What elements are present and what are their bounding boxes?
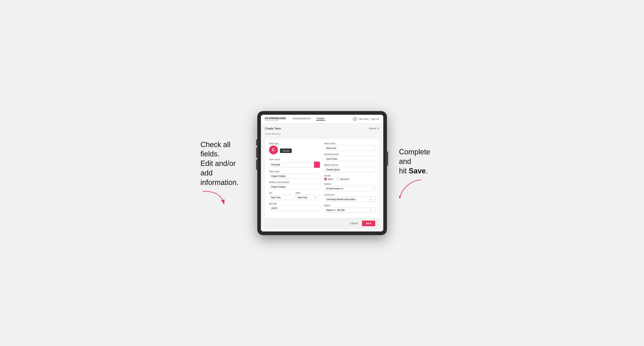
tablet-button-power [387, 152, 388, 166]
form-left-col: Team logo C Upload Team colo [269, 143, 320, 215]
city-state-row: City State New York [269, 192, 320, 200]
gender-mens-radio[interactable]: Mens [324, 178, 334, 180]
annotation-right-line2-prefix: hit [399, 167, 409, 175]
conference-select[interactable]: University Athletic Association [324, 197, 375, 202]
arrow-right-icon [399, 178, 424, 198]
form-right-col: Head Coach Assistant Coach Athletic Dire… [324, 143, 375, 215]
cancel-button[interactable]: Cancel [348, 221, 360, 226]
state-label: State [296, 192, 320, 194]
gender-group: Gender Mens [324, 174, 375, 180]
annotation-right-line2-suffix: . [426, 167, 428, 175]
zip-input[interactable] [269, 205, 320, 211]
tablet-device: SCOREBOARD Powered by clippd TOURNAMENTS… [257, 111, 387, 235]
region-select[interactable]: Region II - (M) DIII [324, 207, 375, 213]
womens-radio-circle [336, 178, 339, 180]
mens-label: Mens [328, 178, 334, 180]
mens-radio-circle [324, 178, 327, 180]
tablet-button-volume-down [256, 160, 257, 170]
conference-select-wrap: University Athletic Association ✕ ⌄ [324, 197, 375, 202]
division-select[interactable]: NCAA Division III [324, 186, 375, 191]
page-title-bar: Create Team Cancel ✕ [265, 127, 379, 130]
close-icon: ✕ [377, 127, 379, 130]
color-swatch[interactable] [314, 162, 320, 168]
team-colour-input[interactable] [269, 162, 314, 167]
state-select-wrap: New York ✕ ⌄ [296, 195, 320, 200]
cancel-x-label: Cancel [369, 127, 376, 130]
team-name-input[interactable] [269, 173, 320, 179]
gender-womens-radio[interactable]: Womens [336, 178, 349, 180]
assistant-coach-group: Assistant Coach [324, 153, 375, 162]
nav-tournaments[interactable]: TOURNAMENTS [292, 117, 311, 121]
color-input-wrap [269, 162, 320, 168]
region-group: Region Region II - (M) DIII ✕ ⌄ [324, 204, 375, 213]
state-select[interactable]: New York [296, 195, 320, 200]
nav-teams[interactable]: TEAMS [316, 117, 325, 121]
assistant-coach-label: Assistant Coach [324, 153, 375, 155]
logo-preview: C [269, 146, 278, 154]
sign-out-link[interactable]: Sign out [371, 118, 379, 120]
annotation-left: Check all fields. Edit and/or add inform… [200, 140, 245, 206]
form-footer: Cancel Save [265, 218, 379, 228]
logo-sub-text: Powered by clippd [265, 120, 286, 121]
display-name-label: Display name (unique) [269, 181, 320, 183]
form-area: Team logo C Upload Team colo [265, 139, 379, 218]
tablet-button-volume-up [256, 148, 257, 158]
athletic-director-label: Athletic Director [324, 164, 375, 166]
page-title-text: Create Team [265, 127, 281, 130]
head-coach-input[interactable] [324, 146, 375, 151]
top-navigation: SCOREBOARD Powered by clippd TOURNAMENTS… [261, 115, 383, 124]
conference-label: Conference [324, 194, 375, 196]
display-name-group: Display name (unique) [269, 181, 320, 189]
womens-label: Womens [340, 178, 349, 180]
upload-button[interactable]: Upload [280, 149, 292, 153]
team-name-group: Team name [269, 170, 320, 179]
zip-code-group: Zip code [269, 202, 320, 211]
athletic-director-group: Athletic Director [324, 164, 375, 172]
annotation-left-line1: Check all fields. [200, 141, 230, 158]
arrow-left-icon [200, 189, 225, 205]
team-name-label: Team name [269, 170, 320, 173]
head-coach-label: Head Coach [324, 143, 375, 145]
assistant-coach-input[interactable] [324, 156, 375, 162]
region-select-wrap: Region II - (M) DIII ✕ ⌄ [324, 207, 375, 213]
gender-label: Gender [324, 174, 375, 177]
annotation-right-save-word: Save [409, 167, 426, 175]
annotation-left-line2: Edit and/or add [200, 159, 236, 177]
save-button[interactable]: Save [362, 220, 375, 226]
division-group: Division NCAA Division III ⌄ [324, 183, 375, 191]
gender-radio-group: Mens Womens [324, 178, 375, 180]
display-name-input[interactable] [269, 184, 320, 189]
team-logo-label: Team logo [269, 143, 320, 145]
logo-main-text: SCOREBOARD [265, 117, 286, 120]
user-avatar: T [353, 117, 357, 121]
athletic-director-input[interactable] [324, 167, 375, 172]
team-colour-label: Team colour [269, 159, 320, 161]
team-logo-group: Team logo C Upload [269, 143, 320, 156]
city-state-group: City State New York [269, 192, 320, 200]
zip-label: Zip code [269, 202, 320, 205]
region-label: Region [324, 204, 375, 207]
city-input[interactable] [269, 195, 294, 200]
main-content: Create Team Cancel ✕ TEAM DETAILS Team l… [261, 124, 383, 231]
annotation-left-line3: information. [200, 178, 239, 186]
nav-right-area: T Test User | Sign out [353, 117, 379, 121]
nav-links: TOURNAMENTS TEAMS [292, 117, 352, 121]
logo-letter: C [272, 148, 275, 152]
app-logo: SCOREBOARD Powered by clippd [265, 117, 286, 121]
head-coach-group: Head Coach [324, 143, 375, 151]
section-header: TEAM DETAILS [265, 133, 379, 137]
annotation-right: Complete and hit Save. [399, 147, 444, 198]
division-label: Division [324, 183, 375, 185]
city-col: City [269, 192, 294, 200]
team-colour-group: Team colour [269, 159, 320, 168]
tablet-screen: SCOREBOARD Powered by clippd TOURNAMENTS… [261, 115, 383, 231]
city-label: City [269, 192, 294, 194]
tablet-button-volume-silent [256, 139, 257, 146]
logo-row: C Upload [269, 146, 320, 156]
form-two-col: Team logo C Upload Team colo [269, 143, 375, 215]
user-name: Test User | [359, 118, 369, 120]
mens-radio-dot [325, 178, 326, 180]
cancel-x-button[interactable]: Cancel ✕ [369, 127, 379, 130]
annotation-right-line1: Complete and [399, 148, 430, 166]
conference-group: Conference University Athletic Associati… [324, 194, 375, 202]
